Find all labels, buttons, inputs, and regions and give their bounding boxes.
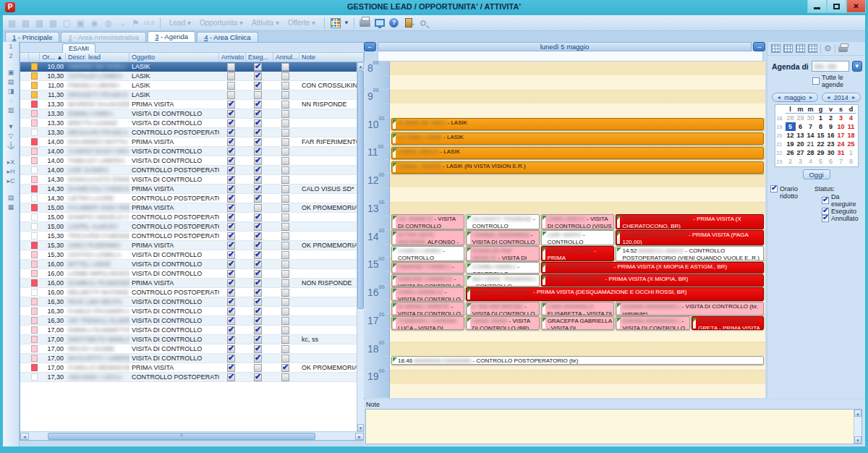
table-row[interactable]: 16,00BELMETTI MATMSECONTROLLO POSTOPERAT… xyxy=(20,288,357,297)
appointment-block[interactable]: E SMI AMI BMOME - VISITA DI CONTROLLO (I… xyxy=(466,302,540,316)
table-row[interactable]: 16,30FAMILE FRASMIRA GIGIVISITA DI CONTR… xyxy=(20,307,357,316)
eseguito-checkbox[interactable] xyxy=(254,364,262,372)
arrivato-checkbox[interactable] xyxy=(227,261,235,268)
eseguito-checkbox[interactable] xyxy=(254,326,262,334)
eseguito-checkbox[interactable] xyxy=(254,91,262,99)
calendar-day[interactable]: 20 xyxy=(796,140,806,148)
eseguito-checkbox[interactable] xyxy=(254,148,262,156)
calendar-day[interactable]: 30 xyxy=(826,148,836,157)
grid-horizontal-scrollbar[interactable]: ◄ ► xyxy=(20,431,364,440)
year-selector[interactable]: ◄2014► xyxy=(822,93,861,102)
table-row[interactable]: 17,30ABIASMO I CECLICONTROLLO POSTOPERAT… xyxy=(20,373,357,382)
minimize-button[interactable] xyxy=(807,0,827,13)
annullato-checkbox[interactable] xyxy=(281,72,289,80)
arrivato-checkbox[interactable] xyxy=(227,279,235,287)
day-view-icon[interactable] xyxy=(771,44,780,53)
annullato-checkbox[interactable] xyxy=(281,317,289,325)
appointment-block[interactable]: DOMELMI RMI MEMILIO - VISITA DI CONTROLL… xyxy=(466,246,540,261)
tab----area-amministrativa[interactable]: 2 - Area Amministrativa xyxy=(61,32,146,42)
prev-year-icon[interactable]: ◄ xyxy=(826,93,831,102)
annullato-checkbox[interactable] xyxy=(281,82,289,90)
arrivato-checkbox[interactable] xyxy=(227,317,235,325)
calendar-day[interactable]: 14 xyxy=(806,131,816,140)
tab----area-clinica[interactable]: 4 - Area Clinica xyxy=(197,32,258,42)
annullato-checkbox[interactable] xyxy=(281,336,289,344)
tutte-le-agende-checkbox[interactable] xyxy=(812,77,820,85)
maximize-button[interactable] xyxy=(827,0,846,13)
column-annullato[interactable]: Annul... xyxy=(273,53,299,62)
annullato-checkbox[interactable] xyxy=(281,279,289,287)
annullato-checkbox[interactable] xyxy=(281,119,289,127)
arrivato-checkbox[interactable] xyxy=(227,270,235,278)
annullato-checkbox[interactable] xyxy=(281,298,289,306)
calendar-day[interactable]: 3 xyxy=(796,157,806,166)
eseguito-checkbox[interactable] xyxy=(254,242,262,250)
appointment-block[interactable]: FIMBAL TABEMI - LASIK (IN VISTA VISION E… xyxy=(391,161,764,174)
eseguito-checkbox[interactable] xyxy=(254,185,262,193)
scroll-right-icon[interactable]: ► xyxy=(355,433,364,440)
arrivato-checkbox[interactable] xyxy=(227,345,235,353)
arrivato-checkbox[interactable] xyxy=(227,185,235,193)
views-grid-icon[interactable] xyxy=(329,17,341,29)
arrivato-checkbox[interactable] xyxy=(227,72,235,80)
annullato-checkbox[interactable] xyxy=(281,213,289,221)
previous-day-button[interactable]: ← xyxy=(364,42,376,51)
appointment-block[interactable]: AMIBAL DI MIRO - PRIMA xyxy=(541,246,615,261)
annullato-checkbox[interactable] xyxy=(281,308,289,316)
column-arrivato[interactable]: Arrivato xyxy=(219,53,246,62)
eseguito-checkbox[interactable] xyxy=(254,119,262,127)
calendar-day[interactable]: 28 xyxy=(786,114,796,122)
eseguito-checkbox[interactable] xyxy=(254,251,262,259)
hscroll-thumb[interactable] xyxy=(48,433,315,440)
calendar-day[interactable]: 1 xyxy=(816,114,826,122)
eseguito-checkbox[interactable] xyxy=(254,232,262,240)
table-row[interactable]: 13,30MAIRENI SALMADERIPRIMA VISITANN RIS… xyxy=(20,100,357,109)
arrivato-checkbox[interactable] xyxy=(227,129,235,137)
appointment-block[interactable]: SIMEAMI CAMMELE - VISITA DI CONTROLLO (c… xyxy=(391,274,464,287)
vscroll-thumb[interactable] xyxy=(357,70,364,309)
eseguito-checkbox[interactable] xyxy=(254,101,262,109)
print-icon[interactable] xyxy=(359,17,371,29)
appointment-block[interactable]: DI MEMILI SMIMTE - VISITA DI CONTROLLO (… xyxy=(391,302,464,316)
appointment-block[interactable]: SMIMIMI AMMIMIMIMI GRETA - PRIMA VISITA xyxy=(692,316,764,330)
table-row[interactable]: 11,00PIMSELI LIBEMALASIKCON CROSSLIKING, xyxy=(20,81,357,90)
calendar-day[interactable]: 19 xyxy=(786,140,796,148)
eseguito-checkbox[interactable] xyxy=(254,195,262,203)
eseguito-checkbox[interactable] xyxy=(254,289,262,297)
month-view-icon[interactable] xyxy=(808,44,817,53)
table-row[interactable]: 10,30COTALDI LOIMEALASIK xyxy=(20,72,357,81)
table-row[interactable]: 16,00LOMBI MIRGAMVEGLIVISITA DI CONTROLL… xyxy=(20,269,357,279)
arrivato-checkbox[interactable] xyxy=(227,289,235,297)
calendar-day[interactable]: 29 xyxy=(816,148,826,157)
appointment-block[interactable]: CIMELI AMMELE - VISITA DI CONTROLLO (br) xyxy=(391,287,464,301)
calendar-day[interactable]: 24 xyxy=(836,140,846,148)
arrivato-checkbox[interactable] xyxy=(227,101,235,109)
annullato-checkbox[interactable] xyxy=(281,289,289,297)
table-row[interactable]: 17,00DIEFFIBETO MIMILIATOVISITA DI CONTR… xyxy=(20,335,357,344)
annullato-checkbox[interactable] xyxy=(281,373,289,381)
eseguito-checkbox[interactable] xyxy=(254,82,262,90)
eseguito-checkbox[interactable] xyxy=(254,223,262,231)
annullato-checkbox[interactable] xyxy=(281,110,289,118)
eseguito-checkbox[interactable] xyxy=(254,129,262,137)
week-view-icon[interactable] xyxy=(796,44,805,53)
grid-vertical-scrollbar[interactable]: ▲ ▼ xyxy=(357,62,364,431)
annullato-checkbox[interactable] xyxy=(281,364,289,372)
calendar-day[interactable]: 7 xyxy=(836,157,846,166)
table-row[interactable]: 16,30VEI TREMALI ELMIROVISITA DI CONTROL… xyxy=(20,316,357,326)
appointment-block[interactable]: DI BMID BE SMILI - LASIK xyxy=(391,118,764,130)
column-oggetto[interactable]: Oggetto xyxy=(129,53,219,62)
table-row[interactable]: 17,00EMMILI FILIMMETTOVISITA DI CONTROLL… xyxy=(20,326,357,335)
eseguito-checkbox[interactable] xyxy=(254,176,262,184)
mini-calendar[interactable]: lmmgvsd 18282930123419567891011201213141… xyxy=(775,104,859,167)
calendar-day[interactable]: 4 xyxy=(806,157,816,166)
next-year-icon[interactable]: ► xyxy=(851,93,856,102)
row-number-1[interactable]: 1 xyxy=(9,43,12,51)
annullato-checkbox[interactable] xyxy=(281,138,289,146)
calendar-day[interactable]: 28 xyxy=(806,148,816,157)
arrivato-checkbox[interactable] xyxy=(227,308,235,316)
annullato-checkbox[interactable] xyxy=(281,157,289,165)
appointment-block[interactable]: EMMIMI AMMIMIMELI - VISITA DI CONTROLLO … xyxy=(616,302,763,316)
calendar-day[interactable]: 2 xyxy=(826,114,836,122)
table-row[interactable]: 11,30DRISSETI FRAMCOLASIK xyxy=(20,90,357,100)
